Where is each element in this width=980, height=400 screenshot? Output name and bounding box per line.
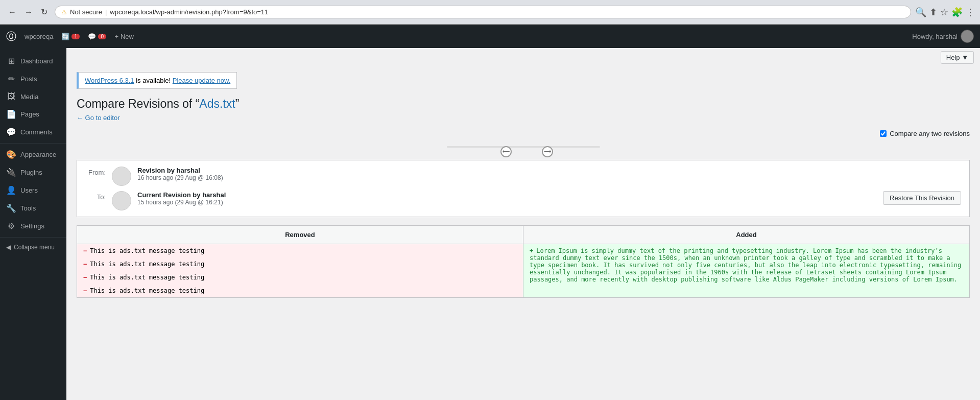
url-text: wpcoreqa.local/wp-admin/revision.php?fro… — [110, 8, 268, 16]
sidebar: ⊞ Dashboard ✏ Posts 🖼 Media 📄 Pages 💬 Co… — [0, 48, 66, 400]
updates-item[interactable]: 🔄 1 — [61, 33, 80, 40]
collapse-icon: ◀ — [6, 244, 11, 251]
comments-sidebar-icon: 💬 — [6, 127, 16, 137]
collapse-menu-button[interactable]: ◀ Collapse menu — [0, 240, 66, 255]
sidebar-item-media[interactable]: 🖼 Media — [0, 88, 66, 105]
sidebar-item-pages-label: Pages — [20, 110, 39, 118]
help-button-label: Help ▼ — [946, 54, 968, 61]
removed-text: This is ads.txt message testing — [90, 274, 204, 281]
browser-nav: ← → ↻ — [5, 5, 51, 19]
dashboard-icon: ⊞ — [6, 56, 16, 66]
diff-table: Removed Added −This is ads.txt message t… — [77, 225, 970, 298]
from-avatar — [112, 167, 131, 186]
share-icon[interactable]: ⬆ — [929, 7, 937, 18]
lock-icon: ⚠ — [61, 9, 67, 16]
plugins-icon: 🔌 — [6, 168, 16, 177]
to-revision-row: To: Current Revision by harshal 15 hours… — [85, 191, 961, 210]
sidebar-item-tools[interactable]: 🔧 Tools — [0, 199, 66, 217]
back-button[interactable]: ← — [5, 5, 19, 19]
notice-message: is available! — [134, 77, 173, 84]
sidebar-item-appearance[interactable]: 🎨 Appearance — [0, 146, 66, 163]
page-title-suffix: ” — [235, 97, 240, 110]
url-separator: | — [105, 8, 107, 16]
comments-item[interactable]: 💬 0 — [88, 33, 106, 40]
howdy-section: Howdy, harshal — [912, 30, 974, 43]
sidebar-item-dashboard[interactable]: ⊞ Dashboard — [0, 52, 66, 70]
to-revision-title: Current Revision by harshal — [137, 191, 877, 199]
help-button[interactable]: Help ▼ — [941, 51, 974, 64]
sidebar-item-tools-label: Tools — [20, 204, 36, 212]
sidebar-item-users[interactable]: 👤 Users — [0, 181, 66, 199]
updates-badge: 1 — [71, 34, 80, 39]
diff-row-1: −This is ads.txt message testing+Lorem I… — [77, 244, 970, 258]
compare-checkbox[interactable] — [880, 130, 887, 137]
tools-icon: 🔧 — [6, 203, 16, 213]
search-icon[interactable]: 🔍 — [915, 7, 926, 18]
compare-checkbox-label[interactable]: Compare any two revisions — [890, 130, 970, 137]
to-revision-time: 15 hours ago (29 Aug @ 16:21) — [137, 199, 877, 206]
minus-sign: − — [83, 247, 87, 254]
page-title-prefix: Compare Revisions of “ — [77, 97, 199, 110]
update-notice: WordPress 6.3.1 is available! Please upd… — [77, 72, 237, 89]
new-content-item[interactable]: + New — [114, 33, 134, 40]
to-revision-author: harshal — [202, 191, 226, 199]
wp-layout: ⊞ Dashboard ✏ Posts 🖼 Media 📄 Pages 💬 Co… — [0, 48, 980, 400]
sidebar-item-plugins-label: Plugins — [20, 169, 42, 176]
slider-thumb-left[interactable]: ⟵ — [500, 146, 512, 157]
added-cell-1: +Lorem Ipsum is simply dummy text of the… — [523, 244, 970, 298]
plus-icon: + — [114, 33, 118, 40]
removed-cell-3: −This is ads.txt message testing — [77, 271, 523, 284]
sidebar-item-settings[interactable]: ⚙ Settings — [0, 217, 66, 235]
not-secure-label: Not secure — [70, 8, 102, 16]
revision-slider[interactable]: ⟵ ⟶ — [447, 142, 600, 152]
sidebar-divider-1 — [0, 143, 66, 144]
slider-line: ⟵ ⟶ — [447, 146, 600, 148]
wp-admin-bar: ⓪ wpcoreqa 🔄 1 💬 0 + New Howdy, harshal — [0, 25, 980, 48]
minus-sign: − — [83, 261, 87, 268]
minus-sign: − — [83, 287, 87, 294]
from-revision-row: From: Revision by harshal 16 hours ago (… — [85, 167, 961, 186]
from-revision-time: 16 hours ago (29 Aug @ 16:08) — [137, 174, 961, 181]
extensions-icon[interactable]: 🧩 — [951, 7, 963, 18]
main-content: Help ▼ WordPress 6.3.1 is available! Ple… — [66, 48, 980, 400]
update-link[interactable]: Please update now. — [173, 77, 230, 84]
from-label: From: — [85, 167, 106, 176]
help-bar: Help ▼ — [66, 48, 980, 67]
reload-button[interactable]: ↻ — [38, 5, 51, 19]
removed-header: Removed — [77, 226, 523, 244]
comments-icon: 💬 — [88, 33, 96, 40]
slider-thumb-right[interactable]: ⟶ — [542, 146, 553, 157]
new-label: New — [121, 33, 134, 40]
users-icon: 👤 — [6, 185, 16, 195]
post-title-link[interactable]: Ads.txt — [199, 97, 235, 110]
page-content-area: WordPress 6.3.1 is available! Please upd… — [66, 67, 980, 308]
posts-icon: ✏ — [6, 74, 16, 84]
added-text: Lorem Ipsum is simply dummy text of the … — [530, 247, 961, 283]
restore-revision-button[interactable]: Restore This Revision — [883, 191, 961, 205]
more-icon[interactable]: ⋮ — [966, 7, 975, 18]
howdy-text: Howdy, harshal — [912, 33, 958, 40]
sidebar-item-plugins[interactable]: 🔌 Plugins — [0, 163, 66, 181]
to-avatar — [112, 191, 131, 210]
address-bar[interactable]: ⚠ Not secure | wpcoreqa.local/wp-admin/r… — [55, 6, 911, 18]
sidebar-item-pages[interactable]: 📄 Pages — [0, 105, 66, 123]
back-to-editor-link[interactable]: ← Go to editor — [77, 114, 120, 122]
removed-text: This is ads.txt message testing — [90, 261, 204, 268]
avatar — [961, 30, 974, 43]
bookmark-icon[interactable]: ☆ — [940, 7, 948, 18]
comments-badge: 0 — [98, 34, 106, 39]
browser-actions: 🔍 ⬆ ☆ 🧩 ⋮ — [915, 7, 975, 18]
forward-button[interactable]: → — [21, 5, 36, 19]
sidebar-item-media-label: Media — [20, 93, 38, 101]
browser-bar: ← → ↻ ⚠ Not secure | wpcoreqa.local/wp-a… — [0, 0, 980, 25]
to-label: To: — [85, 191, 106, 201]
wp-logo-icon: ⓪ — [6, 30, 16, 43]
removed-text: This is ads.txt message testing — [90, 247, 204, 254]
site-name-item[interactable]: wpcoreqa — [25, 33, 53, 40]
sidebar-item-comments[interactable]: 💬 Comments — [0, 123, 66, 141]
wp-version-link[interactable]: WordPress 6.3.1 — [85, 77, 134, 84]
collapse-menu-label: Collapse menu — [14, 244, 55, 251]
sidebar-item-posts[interactable]: ✏ Posts — [0, 70, 66, 88]
minus-sign: − — [83, 274, 87, 281]
from-revision-title: Revision by harshal — [137, 167, 961, 174]
